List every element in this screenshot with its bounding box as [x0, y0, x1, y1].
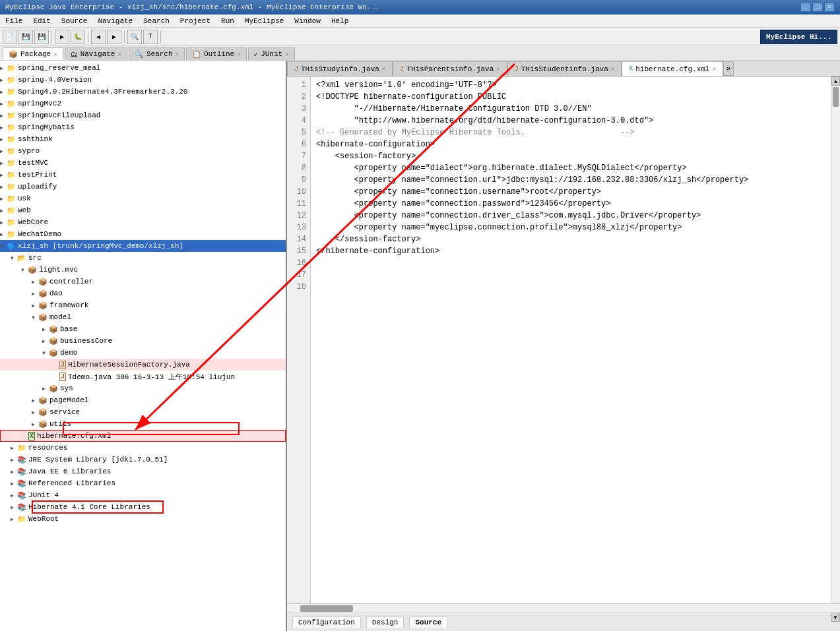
tab-package-close[interactable]: ✕ — [53, 51, 57, 58]
toolbar-forward[interactable]: ▶ — [107, 30, 121, 44]
tree-item[interactable]: ▶📁springMybatis — [0, 121, 286, 133]
tree-item[interactable]: ▼📂src — [0, 252, 286, 264]
tab-thisStudentinfo-close[interactable]: ✕ — [611, 65, 614, 73]
tab-hibernate-cfg[interactable]: X hibernate.cfg.xml ✕ — [622, 61, 723, 76]
tab-thisStudyinfo-close[interactable]: ✕ — [382, 65, 385, 73]
tab-outline-label: Outline — [204, 50, 234, 58]
toolbar-save[interactable]: 💾 — [18, 30, 33, 44]
tree-item[interactable]: ▼📦model — [0, 311, 286, 323]
tree-item[interactable]: ▶📚JRE System Library [jdk1.7.0_51] — [0, 454, 286, 466]
search-icon: 🔍 — [135, 50, 144, 59]
tree-item[interactable]: ▶📁web — [0, 204, 286, 216]
toolbar-run[interactable]: ▶ — [55, 30, 69, 44]
menu-edit[interactable]: Edit — [30, 16, 53, 26]
tree-item[interactable]: ▶📁Spring4.0.2Hibernate4.3Freemarker2.3.2… — [0, 86, 286, 98]
tree-item[interactable]: ▶📁springMvc2 — [0, 98, 286, 109]
tree-item[interactable]: JTdemo.java 306 16-3-13 上午10:54 liujun — [0, 371, 286, 382]
tree-item[interactable]: ▶📁spring-4.0Version — [0, 74, 286, 86]
file-tree[interactable]: ▶📁spring_reserve_meal▶📁spring-4.0Version… — [0, 61, 286, 631]
tree-item[interactable]: ▶📁springmvcFileUpload — [0, 109, 286, 121]
tab-outline-close[interactable]: ✕ — [237, 51, 240, 58]
myeclipse-hi-button[interactable]: MyEclipse Hi... — [760, 30, 837, 44]
tab-hibernate-cfg-close[interactable]: ✕ — [712, 65, 715, 73]
tree-item[interactable]: ▶📦dao — [0, 287, 286, 299]
menu-project[interactable]: Project — [178, 16, 213, 26]
tree-item[interactable]: ▶📚Hibernate 4.1 Core Libraries — [0, 501, 286, 513]
menu-help[interactable]: Help — [329, 16, 351, 26]
tree-item[interactable]: ▶📚Referenced Libraries — [0, 477, 286, 489]
menu-source[interactable]: Source — [59, 16, 90, 26]
tab-thisStudentinfo[interactable]: J THisStudentinfo.java ✕ — [507, 61, 622, 76]
menu-window[interactable]: Window — [292, 16, 323, 26]
menu-myeclipse[interactable]: MyEclipse — [242, 16, 286, 26]
tab-navigate[interactable]: 🗂 Navigate ✕ — [65, 47, 127, 60]
scroll-up-arrow[interactable]: ▲ — [831, 76, 840, 86]
tab-junit[interactable]: ✓ JUnit ✕ — [248, 47, 295, 60]
tree-item[interactable]: ▶📁WebRoot — [0, 513, 286, 525]
window-controls[interactable]: _ □ × — [800, 3, 835, 12]
code-area[interactable]: <?xml version='1.0' encoding='UTF-8'?><!… — [311, 76, 831, 603]
menu-search[interactable]: Search — [141, 16, 172, 26]
tab-package-label: Package — [20, 50, 51, 58]
tree-item[interactable]: ▶📁WebCore — [0, 216, 286, 228]
toolbar-back[interactable]: ◀ — [91, 30, 106, 44]
tab-search-close[interactable]: ✕ — [175, 51, 178, 58]
toolbar-open-type[interactable]: T — [143, 30, 158, 44]
minimize-button[interactable]: _ — [800, 3, 811, 12]
tab-junit-close[interactable]: ✕ — [285, 51, 288, 58]
view-tab-bar: 📦 Package ✕ 🗂 Navigate ✕ 🔍 Search ✕ 📋 Ou… — [0, 46, 840, 61]
tree-item[interactable]: ▶📁usk — [0, 193, 286, 204]
tree-item[interactable]: ▼📦light.mvc — [0, 264, 286, 276]
menu-navigate[interactable]: Navigate — [95, 16, 135, 26]
editor-content[interactable]: 123456789101112131415161718 <?xml versio… — [287, 76, 831, 603]
tab-navigate-close[interactable]: ✕ — [117, 51, 121, 58]
tree-item[interactable]: ▶📁spring_reserve_meal — [0, 62, 286, 74]
editor-horizontal-scroll[interactable] — [287, 603, 840, 613]
maximize-button[interactable]: □ — [812, 3, 823, 12]
tree-item[interactable]: ▼🔷xlzj_sh [trunk/springMvc_demo/xlzj_sh] — [0, 240, 286, 252]
tree-item[interactable]: ▶📦framework — [0, 299, 286, 311]
toolbar-save-all[interactable]: 💾 — [34, 30, 49, 44]
tree-item[interactable]: JHibernateSessionFactory.java — [0, 359, 286, 371]
tree-item[interactable]: ▶📚JUnit 4 — [0, 489, 286, 501]
tree-item[interactable]: ▶📦service — [0, 406, 286, 418]
scroll-thumb[interactable] — [833, 87, 839, 107]
tab-configuration[interactable]: Configuration — [292, 616, 361, 628]
menu-run[interactable]: Run — [218, 16, 237, 26]
java-icon3: J — [515, 65, 519, 73]
tab-search[interactable]: 🔍 Search ✕ — [129, 47, 185, 60]
editor-scrollbar[interactable]: ▲ ▼ — [831, 76, 840, 603]
tree-item[interactable]: ▶📁uploadify — [0, 181, 286, 193]
tree-item[interactable]: ▶📁sypro — [0, 145, 286, 157]
toolbar-new[interactable]: 📄 — [3, 30, 17, 44]
tree-item[interactable]: ▶📦sys — [0, 382, 286, 394]
tree-item[interactable]: ▶📁resources — [0, 442, 286, 454]
tree-item[interactable]: ▶📦pageModel — [0, 394, 286, 406]
tree-item[interactable]: ▶📦base — [0, 323, 286, 335]
tree-item[interactable]: ▼📦demo — [0, 347, 286, 359]
tree-item[interactable]: ▶📁testPrint — [0, 169, 286, 181]
toolbar-debug[interactable]: 🐛 — [71, 30, 85, 44]
tree-item[interactable]: ▶📁testMVC — [0, 157, 286, 169]
tab-search-label: Search — [146, 50, 173, 58]
tab-design[interactable]: Design — [366, 616, 404, 628]
tree-item[interactable]: ▶📦controller — [0, 276, 286, 287]
tree-item[interactable]: ▶📁WechatDemo — [0, 228, 286, 240]
h-scroll-thumb[interactable] — [300, 605, 353, 612]
close-button[interactable]: × — [824, 3, 835, 12]
tab-package[interactable]: 📦 Package ✕ — [3, 47, 63, 60]
tab-thisParentsinfo-close[interactable]: ✕ — [496, 65, 500, 73]
tree-item[interactable]: Xhibernate.cfg.xml — [0, 430, 286, 442]
tab-thisStudyinfo-label: THisStudyinfo.java — [301, 65, 379, 73]
tree-item[interactable]: ▶📦businessCore — [0, 335, 286, 347]
tab-thisStudyinfo[interactable]: J THisStudyinfo.java ✕ — [287, 61, 393, 76]
toolbar-search[interactable]: 🔍 — [127, 30, 142, 44]
tab-thisParentsinfo[interactable]: J THisParentsinfo.java ✕ — [393, 61, 507, 76]
tab-more-button[interactable]: » — [723, 61, 734, 76]
tree-item[interactable]: ▶📚Java EE 6 Libraries — [0, 466, 286, 477]
tab-outline[interactable]: 📋 Outline ✕ — [186, 47, 247, 60]
tree-item[interactable]: ▶📦utils — [0, 418, 286, 430]
tree-item[interactable]: ▶📁sshthink — [0, 133, 286, 145]
tab-source[interactable]: Source — [409, 616, 447, 628]
menu-file[interactable]: File — [3, 16, 25, 26]
